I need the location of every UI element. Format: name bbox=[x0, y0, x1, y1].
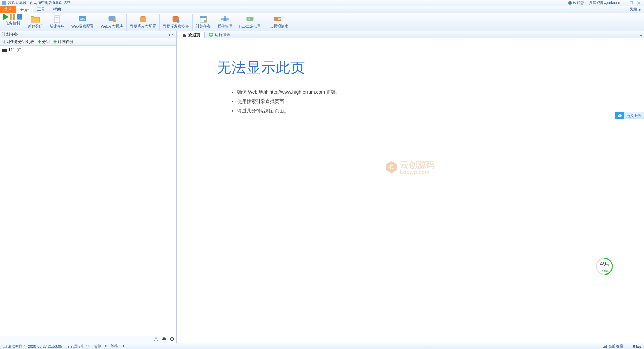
http-request-button[interactable]: HTTP http模拟请求 bbox=[264, 14, 291, 31]
svg-text:HTTP: HTTP bbox=[275, 18, 281, 20]
svg-rect-42 bbox=[605, 346, 606, 348]
watermark-line2: Loowp.com bbox=[400, 169, 435, 176]
svg-rect-39 bbox=[71, 346, 72, 348]
db-publish-config-button[interactable]: 数据库发布配置 bbox=[127, 14, 160, 31]
close-panel-button[interactable]: × bbox=[171, 32, 174, 37]
home-icon bbox=[182, 33, 186, 37]
menu-gongju[interactable]: 工具 bbox=[33, 6, 49, 13]
new-task-button[interactable]: 新建任务 bbox=[46, 14, 68, 31]
left-panel-title: 计划任务 bbox=[2, 32, 18, 37]
watermark-line1: 云创源码 bbox=[400, 159, 435, 171]
svg-rect-41 bbox=[604, 346, 605, 348]
web-publish-module-button[interactable]: Web发布模块 bbox=[97, 14, 126, 31]
ribbon-toolbar: 任务控制 新建分组 新建任务 web Web发布配置 Web发布模块 数据库发布… bbox=[0, 13, 644, 31]
status-speed: 当前速度： bbox=[603, 344, 627, 349]
svg-point-14 bbox=[113, 19, 116, 22]
upload-button-label: 拖拽上传 bbox=[624, 113, 644, 118]
web-module-icon bbox=[107, 16, 117, 23]
plus-icon: ✚ bbox=[38, 40, 41, 44]
minimize-button[interactable] bbox=[621, 1, 627, 5]
svg-text:HTTP: HTTP bbox=[247, 18, 253, 20]
svg-rect-38 bbox=[70, 345, 70, 348]
menu-kaishi[interactable]: 开始 bbox=[16, 6, 33, 13]
maximize-button[interactable] bbox=[628, 1, 635, 5]
left-panel-footer bbox=[0, 336, 176, 343]
close-button[interactable] bbox=[635, 1, 642, 5]
cloud-icon[interactable] bbox=[162, 337, 166, 342]
user-area: 欢迎您： 搜库资源网soku.cc bbox=[568, 0, 620, 5]
folder-open-icon bbox=[2, 48, 7, 52]
left-panel-toolbar: 计划任务分组列表 ✚分组 ✚计划任务 bbox=[0, 38, 176, 46]
network-icon[interactable] bbox=[154, 337, 158, 342]
gauge-speed: ↓ 2.1K/s bbox=[600, 270, 609, 273]
svg-rect-32 bbox=[209, 33, 213, 36]
svg-rect-7 bbox=[17, 14, 22, 20]
tabs-dropdown[interactable]: ▾ bbox=[638, 33, 644, 38]
svg-rect-19 bbox=[200, 17, 207, 18]
speed-gauge[interactable]: 49% ↓ 2.1K/s bbox=[595, 257, 614, 276]
svg-point-20 bbox=[204, 20, 206, 22]
menu-caidan[interactable]: 菜单 bbox=[0, 6, 16, 13]
left-arrow-button[interactable]: ◂ bbox=[167, 32, 171, 37]
http-proxy-icon: HTTP bbox=[245, 16, 255, 23]
svg-rect-6 bbox=[13, 14, 15, 20]
svg-rect-36 bbox=[3, 345, 6, 348]
user-icon bbox=[568, 1, 572, 5]
style-dropdown[interactable]: 风格 ▾ bbox=[629, 6, 644, 13]
tab-run-manage[interactable]: 运行管理 bbox=[205, 31, 235, 38]
cloud-upload-icon bbox=[615, 112, 624, 119]
web-publish-config-button[interactable]: web Web发布配置 bbox=[68, 14, 97, 31]
status-speed-value: 0 b/s bbox=[633, 344, 641, 348]
database-module-icon bbox=[171, 16, 180, 23]
database-config-icon bbox=[138, 16, 148, 23]
plugin-icon bbox=[220, 16, 230, 23]
left-panel: 计划任务 ◂ × 计划任务分组列表 ✚分组 ✚计划任务 111 (0) bbox=[0, 31, 177, 343]
content-tabs: 欢迎页 运行管理 ▾ bbox=[177, 31, 644, 38]
window-title: 高铁采集器 - 内网加密狗版 9.8.0.1227 bbox=[8, 0, 70, 5]
http-proxy-button[interactable]: HTTP http二级代理 bbox=[236, 14, 264, 31]
menu-bangzhu[interactable]: 帮助 bbox=[49, 6, 65, 13]
http-request-icon: HTTP bbox=[273, 16, 282, 23]
play-button[interactable] bbox=[3, 14, 9, 20]
new-group-button[interactable]: 新建分组 bbox=[24, 14, 46, 31]
watermark: 云创源码 Loowp.com bbox=[386, 159, 435, 176]
left-panel-header: 计划任务 ◂ × bbox=[0, 31, 176, 38]
watermark-logo-icon bbox=[386, 161, 397, 173]
plugin-manage-button[interactable]: 插件管理 bbox=[214, 14, 236, 31]
signal-icon bbox=[603, 345, 607, 348]
power-icon[interactable] bbox=[170, 337, 174, 342]
error-bullet: 使用搜索引擎查找页面。 bbox=[237, 97, 340, 106]
plus-icon: ✚ bbox=[53, 40, 57, 44]
calendar-icon bbox=[199, 16, 208, 23]
svg-text:web: web bbox=[80, 17, 85, 20]
stop-button[interactable] bbox=[17, 14, 22, 20]
status-run-stats: 运行中：0，暂停：0，等待：0 bbox=[68, 344, 124, 349]
add-group-button[interactable]: ✚分组 bbox=[38, 39, 50, 45]
task-control-label: 任务控制 bbox=[5, 21, 20, 26]
svg-rect-37 bbox=[68, 346, 69, 348]
app-icon bbox=[2, 1, 6, 5]
document-icon bbox=[52, 16, 62, 23]
tab-run-manage-label: 运行管理 bbox=[215, 32, 231, 38]
svg-point-17 bbox=[177, 20, 180, 23]
plan-task-button[interactable]: 计划任务 bbox=[193, 14, 214, 31]
title-bar: 高铁采集器 - 内网加密狗版 9.8.0.1227 欢迎您： 搜库资源网soku… bbox=[0, 0, 644, 6]
web-config-icon: web bbox=[78, 16, 87, 23]
error-heading: 无法显示此页 bbox=[217, 58, 340, 77]
pause-button[interactable] bbox=[10, 14, 15, 20]
drag-upload-button[interactable]: 拖拽上传 bbox=[615, 112, 644, 119]
db-publish-module-button[interactable]: 数据库发布模块 bbox=[160, 14, 193, 31]
svg-rect-40 bbox=[603, 347, 604, 348]
tab-welcome[interactable]: 欢迎页 bbox=[178, 32, 205, 38]
svg-rect-43 bbox=[606, 345, 607, 348]
svg-rect-1 bbox=[630, 2, 633, 4]
error-page: 无法显示此页 确保 Web 地址 http://www.highferrum.c… bbox=[217, 58, 340, 115]
tab-welcome-label: 欢迎页 bbox=[188, 32, 200, 38]
add-plantask-button[interactable]: ✚计划任务 bbox=[53, 39, 74, 45]
error-bullet: 确保 Web 地址 http://www.highferrum.com 正确。 bbox=[237, 87, 340, 97]
status-start-time: 启动时间： 2020-06-27 21:53:05 bbox=[3, 344, 62, 349]
group-tree: 111 (0) bbox=[0, 46, 176, 336]
tree-item[interactable]: 111 (0) bbox=[2, 47, 174, 53]
svg-rect-5 bbox=[10, 14, 12, 20]
tree-item-name: 111 bbox=[8, 48, 15, 52]
